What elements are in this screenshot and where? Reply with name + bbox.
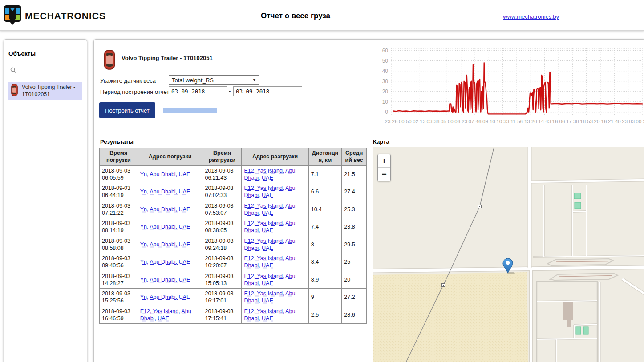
- load-address-link[interactable]: Yn, Abu Dhabi, UAE: [138, 253, 203, 271]
- unload-address-link[interactable]: E12, Yas Island, Abu Dhabi, UAE: [242, 201, 308, 218]
- load-time-cell: 2018-09-03 08:58:08: [100, 236, 138, 253]
- y-tick-label: 10: [382, 99, 389, 105]
- logo: MECHATRONICS: [4, 5, 106, 27]
- x-tick-label: 06:23: [454, 119, 467, 124]
- distance-cell: 9: [308, 289, 342, 306]
- map-title: Карта: [373, 138, 389, 145]
- table-row: 2018-09-03 15:25:56Yn, Abu Dhabi, UAE201…: [100, 289, 367, 306]
- period-label: Период построения отчета: [100, 88, 172, 95]
- col-avg-weight: Средний вес: [342, 148, 367, 166]
- load-address-link[interactable]: Yn, Abu Dhabi, UAE: [138, 183, 203, 201]
- x-tick-label: 07:46: [469, 119, 482, 124]
- unload-address-link[interactable]: E12, Yas Island, Abu Dhabi, UAE: [242, 306, 308, 324]
- unload-address-link[interactable]: E12, Yas Island, Abu Dhabi, UAE: [242, 253, 308, 271]
- unload-address-link[interactable]: E12, Yas Island, Abu Dhabi, UAE: [242, 271, 308, 289]
- load-address-link[interactable]: Yn, Abu Dhabi, UAE: [138, 289, 203, 306]
- x-tick-label: 18:53: [580, 119, 593, 124]
- unload-time-cell: 2018-09-03 10:20:07: [203, 253, 242, 271]
- avg-weight-cell: 25: [342, 253, 367, 271]
- avg-weight-cell: 20: [342, 271, 367, 289]
- unload-time-cell: 2018-09-03 07:53:07: [203, 201, 242, 218]
- table-row: 2018-09-03 08:58:08Yn, Abu Dhabi, UAE201…: [100, 236, 367, 253]
- table-row: 2018-09-03 06:05:59Yn, Abu Dhabi, UAE201…: [100, 165, 367, 183]
- sidebar-item-label: Volvo Tipping Trailer - 1T0102051: [22, 84, 80, 98]
- header: MECHATRONICS Отчет о весе груза www.mech…: [0, 0, 644, 31]
- avg-weight-cell: 23.8: [342, 218, 367, 236]
- sidebar-title: Объекты: [8, 50, 36, 57]
- vehicle-name: Volvo Tipping Trailer - 1T0102051: [122, 55, 213, 61]
- y-tick-label: 30: [382, 78, 389, 84]
- site-link[interactable]: www.mechatronics.by: [503, 13, 559, 20]
- avg-weight-cell: 27.2: [342, 289, 367, 306]
- table-header-row: Время погрузки Адрес погрузки Время разг…: [100, 148, 367, 166]
- x-tick-label: 23:26: [385, 119, 398, 124]
- load-address-link[interactable]: E12, Yas Island, Abu Dhabi, UAE: [138, 306, 203, 324]
- x-tick-label: 00:26: [636, 119, 644, 124]
- table-row: 2018-09-03 07:21:22Yn, Abu Dhabi, UAE201…: [100, 201, 367, 218]
- unload-address-link[interactable]: E12, Yas Island, Abu Dhabi, UAE: [242, 183, 308, 201]
- load-address-link[interactable]: Yn, Abu Dhabi, UAE: [138, 165, 203, 183]
- progress-bar: [163, 108, 217, 113]
- distance-cell: 8: [308, 236, 342, 253]
- x-tick-label: 21:40: [608, 119, 621, 124]
- table-row: 2018-09-03 16:46:59E12, Yas Island, Abu …: [100, 306, 367, 324]
- zoom-out-button[interactable]: −: [378, 168, 390, 181]
- vehicle-icon: [11, 84, 18, 98]
- unload-address-link[interactable]: E12, Yas Island, Abu Dhabi, UAE: [242, 165, 308, 183]
- x-tick-label: 14:43: [538, 119, 551, 124]
- unload-time-cell: 2018-09-03 08:38:05: [203, 218, 242, 236]
- logo-text: MECHATRONICS: [25, 11, 106, 21]
- zoom-in-button[interactable]: +: [378, 154, 390, 168]
- distance-cell: 6.6: [308, 183, 342, 201]
- avg-weight-cell: 25.3: [342, 201, 367, 218]
- unload-time-cell: 2018-09-03 17:15:41: [203, 306, 242, 324]
- load-address-link[interactable]: Yn, Abu Dhabi, UAE: [138, 218, 203, 236]
- main-panel: Volvo Tipping Trailer - 1T0102051 Укажит…: [93, 39, 644, 362]
- search-box: [8, 64, 81, 76]
- track-waypoint[interactable]: [478, 205, 482, 208]
- results-title: Результаты: [100, 138, 134, 145]
- build-report-button[interactable]: Построить отчет: [99, 102, 155, 118]
- load-time-cell: 2018-09-03 07:21:22: [100, 201, 138, 218]
- objects-sidebar: Объекты Volvo Tipping Trailer - 1T010205…: [4, 39, 87, 362]
- distance-cell: 7.4: [308, 218, 342, 236]
- unload-address-link[interactable]: E12, Yas Island, Abu Dhabi, UAE: [242, 236, 308, 253]
- sensor-select-value: Total weight_RS: [172, 77, 214, 84]
- results-table: Время погрузки Адрес погрузки Время разг…: [99, 148, 367, 324]
- load-time-cell: 2018-09-03 16:46:59: [100, 306, 138, 324]
- date-from-field[interactable]: 03.09.2018: [169, 86, 227, 96]
- distance-cell: 7.1: [308, 165, 342, 183]
- x-tick-label: 09:10: [482, 119, 495, 124]
- sidebar-item-vehicle[interactable]: Volvo Tipping Trailer - 1T0102051: [8, 82, 82, 100]
- load-time-cell: 2018-09-03 06:44:19: [100, 183, 138, 201]
- load-address-link[interactable]: Yn, Abu Dhabi, UAE: [138, 201, 203, 218]
- search-input[interactable]: [20, 66, 81, 76]
- distance-cell: 8.4: [308, 253, 342, 271]
- sensor-select[interactable]: Total weight_RS ▼: [169, 75, 259, 85]
- load-address-link[interactable]: Yn, Abu Dhabi, UAE: [138, 236, 203, 253]
- load-time-cell: 2018-09-03 15:25:56: [100, 289, 138, 306]
- date-to-field[interactable]: 03.09.2018: [233, 86, 302, 96]
- col-load-time: Время погрузки: [100, 148, 138, 166]
- unload-time-cell: 2018-09-03 16:17:01: [203, 289, 242, 306]
- x-tick-label: 10:33: [496, 119, 509, 124]
- col-unload-addr: Адрес разгрузки: [242, 148, 308, 166]
- load-address-link[interactable]: Yn, Abu Dhabi, UAE: [138, 271, 203, 289]
- col-distance: Дистанция, км: [308, 148, 342, 166]
- unload-address-link[interactable]: E12, Yas Island, Abu Dhabi, UAE: [242, 289, 308, 306]
- unload-address-link[interactable]: E12, Yas Island, Abu Dhabi, UAE: [242, 218, 308, 236]
- weight-chart: 010203040506023:2600:5002:1303:3605:0006…: [374, 42, 644, 128]
- table-row: 2018-09-03 14:28:27Yn, Abu Dhabi, UAE201…: [100, 271, 367, 289]
- x-tick-label: 16:06: [552, 119, 565, 124]
- map-canvas[interactable]: [373, 147, 644, 362]
- load-time-cell: 2018-09-03 06:05:59: [100, 165, 138, 183]
- distance-cell: 2.5: [308, 306, 342, 324]
- y-tick-label: 0: [385, 109, 388, 115]
- weight-chart-canvas: 010203040506023:2600:5002:1303:3605:0006…: [374, 42, 644, 128]
- load-time-cell: 2018-09-03 09:40:56: [100, 253, 138, 271]
- unload-time-cell: 2018-09-03 07:02:33: [203, 183, 242, 201]
- x-tick-label: 00:50: [399, 119, 412, 124]
- load-time-cell: 2018-09-03 08:14:19: [100, 218, 138, 236]
- chevron-down-icon: ▼: [252, 78, 256, 82]
- track-waypoint[interactable]: [442, 284, 445, 287]
